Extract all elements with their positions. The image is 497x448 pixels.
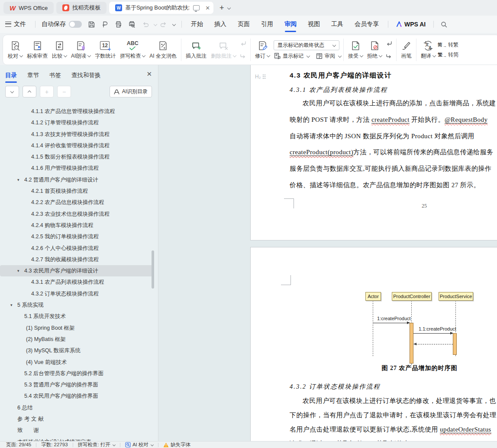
ai-read-aloud-button[interactable]: AI朗读 bbox=[69, 40, 93, 60]
toolbar-options-chevron-icon[interactable] bbox=[172, 23, 176, 26]
toc-item[interactable]: 本科毕业论文(设计)成绩评定表 bbox=[0, 436, 158, 441]
toc-item[interactable]: 4.1.4 评价收集管理模块操作流程 bbox=[0, 140, 158, 151]
drag-handle-icon[interactable] bbox=[263, 75, 264, 75]
tab-find-replace[interactable]: 查找和替换 bbox=[71, 71, 101, 79]
toc-item[interactable]: 4.2.5 我的订单模块操作流程 bbox=[0, 231, 158, 242]
missing-font-warning[interactable]: 缺失字体 bbox=[163, 442, 190, 448]
insert-comment-button[interactable]: 插入批注 bbox=[184, 40, 209, 60]
toc-item[interactable]: 4.3.1 农产品列表模块操作流程 bbox=[0, 276, 158, 288]
close-sidebar-icon[interactable]: ✕ bbox=[146, 70, 152, 78]
new-tab-button[interactable]: + bbox=[219, 3, 224, 13]
toc-item[interactable]: 5.2 后台管理员客户端的操作界面 bbox=[0, 368, 158, 379]
menu-tab-page[interactable]: 页面 bbox=[232, 20, 255, 28]
tab-wps-home[interactable]: W WPS Office bbox=[3, 2, 54, 14]
menu-tab-insert[interactable]: 插入 bbox=[209, 20, 232, 28]
spell-check-status[interactable]: 拼写检查: 打开 bbox=[78, 442, 115, 448]
document-page-25[interactable]: H₂ 4.3 农民用户客户端的详细设计 4.3.1 农产品列表模块操作流程 农民… bbox=[250, 65, 497, 240]
word-count-button[interactable]: 12 + 字数统计 bbox=[93, 40, 118, 60]
simplified-to-traditional-button[interactable]: 简→转繁 bbox=[438, 41, 458, 49]
menu-tab-member[interactable]: 会员专享 bbox=[349, 20, 384, 28]
review-pane-button[interactable]: 审阅 bbox=[316, 52, 341, 60]
toc-item[interactable]: (2) MyBatis 框架 bbox=[0, 334, 158, 345]
markup-state-dropdown[interactable]: 显示标记的最终状态 bbox=[274, 40, 339, 50]
share-screen-icon[interactable] bbox=[193, 5, 200, 10]
toc-item[interactable]: 4.2.2 农产品信息模块操作流程 bbox=[0, 197, 158, 208]
tab-document[interactable]: W 基于Spring Boot的助农扶农 ✕ bbox=[109, 2, 213, 14]
menu-file[interactable]: 文件 bbox=[14, 20, 32, 28]
toc-item[interactable]: 4.1.2 订单管理模块操作流程 bbox=[0, 117, 158, 128]
divider bbox=[73, 443, 73, 447]
standard-review-button[interactable]: 标准审查 bbox=[25, 40, 50, 60]
toc-item[interactable]: 4.1.3 农技支持管理模块操作流程 bbox=[0, 129, 158, 140]
toc-item[interactable]: 4.2.7 我的收藏模块操作流程 bbox=[0, 254, 158, 265]
print-icon[interactable] bbox=[115, 21, 122, 28]
toc-item[interactable]: 4.3.2 订单状态模块操作流程 bbox=[0, 288, 158, 299]
export-pdf-icon[interactable] bbox=[101, 21, 109, 28]
tab-docer-templates[interactable]: 找稻壳模板 bbox=[56, 2, 106, 14]
toc-item[interactable]: 5.4 农民用户客户端的操作界面 bbox=[0, 390, 158, 402]
tab-chapters[interactable]: 章节 bbox=[27, 71, 39, 79]
translate-button[interactable]: 文 A 翻译 bbox=[419, 40, 438, 60]
toc-toolbar: + − AI识别目录 bbox=[5, 86, 152, 97]
tab-bookmarks[interactable]: 书签 bbox=[49, 71, 61, 79]
compare-button[interactable]: 比较 bbox=[50, 40, 69, 60]
toc-item[interactable]: ▾ 5 系统实现 bbox=[0, 299, 158, 311]
hamburger-menu-icon[interactable] bbox=[5, 22, 11, 27]
divider bbox=[36, 443, 36, 447]
search-icon[interactable] bbox=[440, 21, 448, 28]
proofread-button[interactable]: 校对 bbox=[6, 40, 25, 60]
toc-item[interactable]: ▾ 4.3 农民用户客户端的详细设计 bbox=[0, 265, 153, 276]
menu-tab-review[interactable]: 审阅 bbox=[279, 20, 302, 28]
print-preview-icon[interactable] bbox=[128, 21, 136, 28]
toc-expand-arrow-icon[interactable]: ▾ bbox=[10, 299, 13, 311]
spell-check-button[interactable]: ABC 拼写检查 bbox=[118, 40, 147, 60]
ai-proofread-status[interactable]: AI 校对 bbox=[125, 442, 153, 448]
ai-recognize-toc-button[interactable]: AI识别目录 bbox=[110, 86, 152, 97]
heading-level-badge[interactable]: H₂ bbox=[255, 74, 264, 80]
traditional-to-simplified-button[interactable]: 繁→转简 bbox=[438, 51, 458, 58]
autosave-toggle[interactable] bbox=[69, 21, 82, 28]
toc-item[interactable]: 参 考 文 献 bbox=[0, 413, 158, 425]
toc-expand-arrow-icon[interactable]: ▾ bbox=[17, 265, 19, 276]
wps-ai-button[interactable]: WPS AI bbox=[392, 21, 430, 28]
diagram-activation-bar bbox=[410, 323, 413, 364]
toc-item[interactable]: 4.1.6 用户管理模块操作流程 bbox=[0, 162, 158, 174]
word-count-indicator[interactable]: 字数: 22793 bbox=[41, 442, 68, 448]
show-markup-button[interactable]: 显示标记 bbox=[274, 52, 310, 60]
accept-change-button[interactable]: 接受 bbox=[346, 40, 365, 60]
tab-contents[interactable]: 目录 bbox=[5, 71, 17, 79]
ai-polish-button[interactable]: AI 全文润色 bbox=[147, 40, 179, 60]
doc-text-line: 服务层负责与数据库交互,可能执行插入新商品记录到数据库表的操作 bbox=[290, 164, 496, 181]
tab-list-chevron-icon[interactable] bbox=[227, 6, 230, 10]
toc-item[interactable]: (1) Spring Boot 框架 bbox=[0, 322, 158, 334]
document-page-26[interactable]: Actor ProductController ProductService 1… bbox=[250, 247, 497, 441]
toc-item[interactable]: 4.2.6 个人中心模块操作流程 bbox=[0, 243, 158, 254]
toc-item[interactable]: ▾ 4.2 普通用户客户端的详细设计 bbox=[0, 174, 158, 185]
toc-item[interactable]: (4) Vue 前端技术 bbox=[0, 357, 158, 368]
toc-item[interactable]: 4.2.3 农业技术信息模块操作流程 bbox=[0, 208, 158, 220]
change-nav-buttons[interactable] bbox=[384, 40, 394, 59]
menu-tab-tools[interactable]: 工具 bbox=[326, 20, 349, 28]
reject-change-button[interactable]: 拒绝 bbox=[365, 40, 384, 60]
menu-tab-view[interactable]: 视图 bbox=[302, 20, 326, 28]
toc-item[interactable]: 4.2.1 首页模块操作流程 bbox=[0, 185, 158, 197]
track-changes-button[interactable]: 修订 bbox=[253, 40, 272, 60]
toc-item[interactable]: 6 总结 bbox=[0, 402, 158, 413]
menu-tab-home[interactable]: 开始 bbox=[185, 20, 209, 28]
toc-item[interactable]: 4.1.5 数据分析报表模块操作流程 bbox=[0, 151, 158, 162]
menu-tab-reference[interactable]: 引用 bbox=[255, 20, 279, 28]
toc-expand-arrow-icon[interactable]: ▾ bbox=[17, 174, 19, 185]
toc-previous-heading-button[interactable] bbox=[23, 86, 36, 97]
sidebar-scrollbar[interactable] bbox=[152, 250, 154, 289]
toc-item[interactable]: (3) MySQL 数据库系统 bbox=[0, 345, 158, 356]
toc-item[interactable]: 5.1 系统开发技术 bbox=[0, 311, 158, 322]
toc-item[interactable]: 4.2.4 购物车模块操作流程 bbox=[0, 220, 158, 231]
toc-next-heading-button[interactable] bbox=[5, 86, 19, 97]
toc-item[interactable]: 4.1.1 农产品信息管理模块操作流程 bbox=[0, 106, 158, 117]
toc-item[interactable]: 5.3 普通用户客户端的操作界面 bbox=[0, 379, 158, 390]
pen-button[interactable]: 画笔 bbox=[399, 40, 414, 60]
toc-item[interactable]: 致 谢 bbox=[0, 425, 158, 436]
save-icon[interactable] bbox=[88, 21, 95, 28]
page-indicator[interactable]: 页面: 29/45 bbox=[6, 442, 31, 448]
close-tab-icon[interactable]: ✕ bbox=[205, 5, 210, 11]
